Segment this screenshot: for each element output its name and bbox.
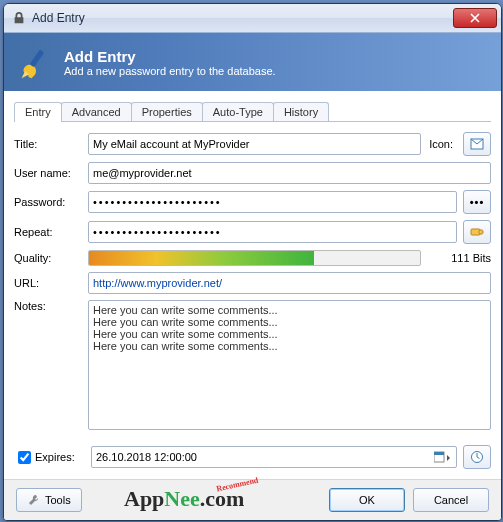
tab-auto-type[interactable]: Auto-Type bbox=[202, 102, 274, 121]
username-input[interactable] bbox=[88, 162, 491, 184]
expires-value: 26.10.2018 12:00:00 bbox=[96, 451, 197, 463]
close-button[interactable] bbox=[453, 8, 497, 28]
icon-picker-button[interactable] bbox=[463, 132, 491, 156]
generate-password-button[interactable] bbox=[463, 220, 491, 244]
window-title: Add Entry bbox=[32, 11, 453, 25]
header-title: Add Entry bbox=[64, 48, 276, 65]
label-quality: Quality: bbox=[14, 252, 88, 264]
expires-preset-button[interactable] bbox=[463, 445, 491, 469]
dots-icon: ••• bbox=[470, 196, 485, 208]
password-input[interactable] bbox=[88, 191, 457, 213]
tab-strip: Entry Advanced Properties Auto-Type Hist… bbox=[14, 99, 491, 122]
header-subtitle: Add a new password entry to the database… bbox=[64, 65, 276, 77]
calendar-dropdown-icon[interactable] bbox=[434, 451, 452, 463]
tab-properties[interactable]: Properties bbox=[131, 102, 203, 121]
label-password: Password: bbox=[14, 196, 88, 208]
password-quality-bar bbox=[88, 250, 421, 266]
key-gen-icon bbox=[470, 226, 484, 238]
dialog-header: Add Entry Add a new password entry to th… bbox=[4, 33, 501, 91]
label-username: User name: bbox=[14, 167, 88, 179]
label-expires: Expires: bbox=[35, 451, 91, 463]
svg-rect-0 bbox=[30, 49, 45, 67]
show-password-button[interactable]: ••• bbox=[463, 190, 491, 214]
cancel-button[interactable]: Cancel bbox=[413, 488, 489, 512]
lock-icon bbox=[12, 11, 26, 25]
tab-history[interactable]: History bbox=[273, 102, 329, 121]
url-input[interactable]: http://www.myprovider.net/ bbox=[88, 272, 491, 294]
tools-button[interactable]: Tools bbox=[16, 488, 82, 512]
window-titlebar[interactable]: Add Entry bbox=[4, 4, 501, 33]
add-entry-dialog: Add Entry Add Entry Add a new password e… bbox=[3, 3, 502, 521]
label-title: Title: bbox=[14, 138, 88, 150]
svg-point-4 bbox=[479, 230, 483, 234]
watermark: AppNee.com Recommend bbox=[124, 486, 244, 512]
tab-entry[interactable]: Entry bbox=[14, 102, 62, 122]
ok-button[interactable]: OK bbox=[329, 488, 405, 512]
label-icon: Icon: bbox=[429, 138, 453, 150]
label-url: URL: bbox=[14, 277, 88, 289]
wrench-icon bbox=[27, 493, 41, 507]
dialog-body: Entry Advanced Properties Auto-Type Hist… bbox=[4, 91, 501, 479]
repeat-password-input[interactable] bbox=[88, 221, 457, 243]
label-notes: Notes: bbox=[14, 300, 88, 312]
key-pencil-icon bbox=[18, 44, 54, 80]
dialog-footer: Tools OK Cancel AppNee.com Recommend bbox=[4, 479, 501, 520]
expires-checkbox[interactable] bbox=[18, 451, 31, 464]
svg-rect-6 bbox=[434, 452, 444, 455]
clock-icon bbox=[470, 450, 484, 464]
expires-datetime-input[interactable]: 26.10.2018 12:00:00 bbox=[91, 446, 457, 468]
quality-bits: 111 Bits bbox=[431, 252, 491, 264]
title-input[interactable] bbox=[88, 133, 421, 155]
tab-advanced[interactable]: Advanced bbox=[61, 102, 132, 121]
label-repeat: Repeat: bbox=[14, 226, 88, 238]
notes-textarea[interactable]: Here you can write some comments... Here… bbox=[88, 300, 491, 430]
envelope-icon bbox=[470, 138, 484, 150]
